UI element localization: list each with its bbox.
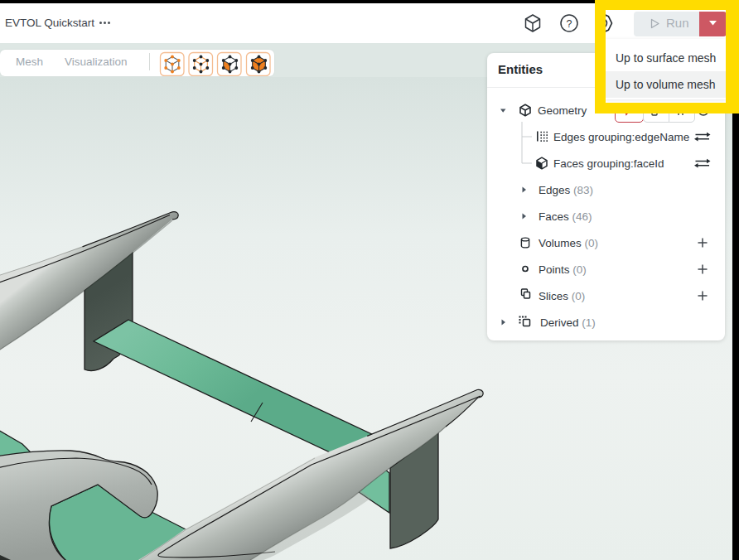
svg-text:?: ? xyxy=(567,18,572,30)
